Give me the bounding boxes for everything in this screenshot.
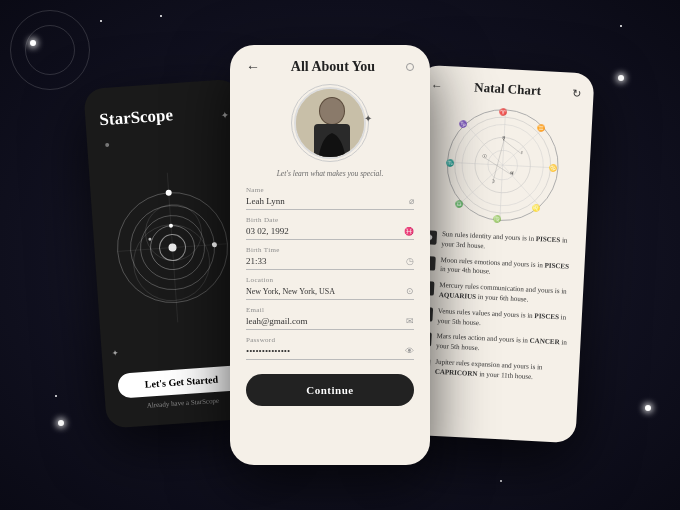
birthtime-icon: ◷ [406,256,414,266]
password-label: Password [246,336,414,344]
birthdate-label: Birth Date [246,216,414,224]
email-icon: ✉ [406,316,414,326]
astro-sun-text: Sun rules identity and yours is in PISCE… [441,230,574,256]
astro-item-mercury: Mercury rules communication and yours is… [420,280,572,307]
birthtime-label: Birth Time [246,246,414,254]
email-value: leah@gmail.com [246,316,308,326]
natal-chart-title: Natal Chart [442,78,573,101]
profile-subtitle: Let's learn what makes you special. [277,169,384,178]
astro-item-venus: Venus rules values and yours is in PISCE… [418,306,570,333]
astro-mars-text: Mars rules action and yours is in CANCER… [436,332,569,358]
svg-point-10 [148,238,151,241]
astro-jupiter-text: Jupiter rules expansion and yours is in … [434,358,567,384]
middle-card-header: ← All About You [246,59,414,75]
birthtime-value: 21:33 [246,256,267,266]
svg-text:♎: ♎ [454,200,463,208]
name-icon: ⌀ [409,196,414,206]
profile-area: ✦ Let's learn what makes you special. [246,83,414,178]
middle-card-title: All About You [291,59,375,75]
email-label: Email [246,306,414,314]
right-card-header: ← Natal Chart ↻ [430,77,582,101]
location-value: New York, New York, USA [246,287,335,296]
birthdate-value: 03 02, 1992 [246,226,289,236]
astro-moon-text: Moon rules emotions and yours is in PISC… [440,256,573,282]
name-field[interactable]: Name Leah Lynn ⌀ [246,186,414,210]
birthtime-field[interactable]: Birth Time 21:33 ◷ [246,246,414,270]
svg-text:♀: ♀ [519,149,523,155]
profile-photo[interactable] [294,87,366,159]
svg-text:♃: ♃ [508,170,513,176]
astro-item-jupiter: ♃ Jupiter rules expansion and yours is i… [416,357,568,384]
password-toggle-icon[interactable]: 👁 [405,346,414,356]
name-value: Leah Lynn [246,196,285,206]
all-about-you-card: ← All About You [230,45,430,465]
natal-back-arrow[interactable]: ← [430,78,443,94]
location-icon: ⊙ [406,286,414,296]
astro-venus-text: Venus rules values and yours is in PISCE… [437,307,570,333]
starscope-title: StarScope [99,102,227,131]
back-arrow-button[interactable]: ← [246,59,260,75]
email-field[interactable]: Email leah@gmail.com ✉ [246,306,414,330]
astro-item-moon: Moon rules emotions and yours is in PISC… [421,255,573,282]
svg-point-18 [320,98,344,124]
birthdate-field[interactable]: Birth Date 03 02, 1992 ♓ [246,216,414,240]
birthdate-icon: ♓ [404,227,414,236]
natal-chart-diagram: ♈ ♊ ♋ ♌ ♍ ♎ ♏ ♑ ☿ ♀ ☉ ♃ ☽ [424,101,581,229]
astro-item-sun: Sun rules identity and yours is in PISCE… [422,229,574,256]
planetary-illustration [101,130,244,366]
location-label: Location [246,276,414,284]
svg-text:♍: ♍ [492,215,501,223]
location-field[interactable]: Location New York, New York, USA ⊙ [246,276,414,300]
svg-text:♊: ♊ [536,124,545,132]
svg-text:♋: ♋ [549,164,558,172]
get-started-button[interactable]: Let's Get Started [117,365,245,399]
svg-text:♑: ♑ [459,120,468,128]
header-decoration [406,63,414,71]
svg-text:☽: ☽ [489,178,494,184]
name-label: Name [246,186,414,194]
refresh-icon[interactable]: ↻ [572,86,582,99]
astro-item-mars: Mars rules action and yours is in CANCER… [417,331,569,358]
astrology-list: Sun rules identity and yours is in PISCE… [413,229,574,433]
astro-mercury-text: Mercury rules communication and yours is… [438,281,571,307]
password-field[interactable]: Password •••••••••••••• 👁 [246,336,414,360]
svg-text:♈: ♈ [498,108,507,116]
already-have-text: Already have a StarScope [119,395,246,412]
password-value: •••••••••••••• [246,346,290,356]
continue-button[interactable]: Continue [246,374,414,406]
